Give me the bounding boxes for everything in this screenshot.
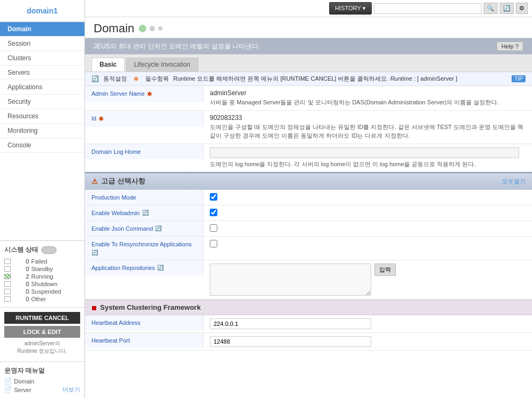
- form-row-enable-json: Enable Json Command 🔄: [85, 221, 532, 237]
- required-star-2: ✱: [98, 115, 104, 123]
- tab-lifecycle[interactable]: Lifecycle Invocation: [126, 58, 198, 72]
- expand-all-link[interactable]: 모두열기: [502, 177, 526, 186]
- help-button[interactable]: Help ?: [496, 41, 523, 51]
- production-mode-label: Production Mode: [85, 190, 203, 205]
- manager-manual-title: 운영자 매뉴얼: [4, 366, 80, 375]
- heartbeat-port-label: Heartbeat Port: [85, 333, 203, 348]
- search-input[interactable]: [374, 3, 481, 14]
- id-value: 902083233 도메인을 구성할 때 도메인의 정체성을 나타내는 유일한 …: [203, 111, 532, 144]
- status-toggle[interactable]: [41, 246, 56, 254]
- dot-gray1: [150, 26, 155, 31]
- form-row-domain-log-home: Domain Log Home 도메인의 log home을 지정한다. 각 서…: [85, 144, 532, 173]
- runtime-cancel-button[interactable]: RUNTIME CANCEL: [4, 312, 80, 324]
- domain-link-icon: 📄: [4, 378, 12, 385]
- sidebar-item-session[interactable]: Session: [0, 37, 84, 51]
- main-content: HISTORY ▾ 🔍 🔄 ⚙ Domain JEUS의 최대 관리 단위인 도…: [85, 0, 532, 398]
- sidebar-item-clusters[interactable]: Clusters: [0, 51, 84, 66]
- system-status-panel: 시스템 상태 0 Failed 0 Standby 2 Running 0: [0, 240, 84, 307]
- enable-webadmin-checkbox[interactable]: [210, 209, 217, 216]
- admin-info-text: adminServer의Runtime 정보입니다.: [4, 338, 80, 357]
- admin-server-name-value: adminServer 서버들 중 Managed Server들을 관리 및 …: [203, 86, 532, 110]
- form-row-heartbeat-address: Heartbeat Address: [85, 315, 532, 333]
- form-row-id: Id ✱ 902083233 도메인을 구성할 때 도메인의 정체성을 나타내는…: [85, 111, 532, 144]
- form-row-app-repos: Application Repositories 🔄 입력: [85, 260, 532, 300]
- standby-count: 0: [13, 266, 29, 272]
- manager-domain-link[interactable]: 📄 Domain: [4, 378, 80, 385]
- enable-json-label: Enable Json Command 🔄: [85, 221, 203, 236]
- content-area: 🔄 동적설정 ✱ 필수항목 Runtime 모드를 해제하려면 왼쪽 메뉴의 […: [85, 72, 532, 398]
- domain-log-home-label: Domain Log Home: [85, 144, 203, 159]
- id-desc: 도메인을 구성할 때 도메인의 정체성을 나타내는 유일한 ID를 지정한다. …: [210, 123, 526, 140]
- lock-edit-button[interactable]: LOCK & EDIT: [4, 326, 80, 338]
- status-suspended: 0 Suspended: [4, 288, 80, 295]
- tab-basic[interactable]: Basic: [91, 58, 125, 72]
- heartbeat-address-input[interactable]: [210, 318, 371, 329]
- enable-resync-value: [203, 237, 532, 252]
- suspended-dot: [4, 289, 11, 294]
- sidebar-item-security[interactable]: Security: [0, 95, 84, 109]
- sidebar-nav: Domain Session Clusters Servers Applicat…: [0, 22, 84, 240]
- heartbeat-address-label: Heartbeat Address: [85, 315, 203, 330]
- failed-dot: [4, 259, 11, 264]
- status-standby: 0 Standby: [4, 265, 80, 273]
- sidebar-item-monitoring[interactable]: Monitoring: [0, 124, 84, 138]
- app-repos-label: Application Repositories 🔄: [85, 260, 203, 275]
- shutdown-dot: [4, 281, 11, 287]
- refresh-icon: 🔄: [91, 75, 99, 82]
- production-mode-checkbox[interactable]: [210, 193, 217, 201]
- id-label: Id ✱: [85, 111, 203, 127]
- sidebar-item-applications[interactable]: Applications: [0, 80, 84, 95]
- domain-log-home-desc: 도메인의 log home을 지정한다. 각 서버의 log home이 없으면…: [210, 160, 526, 169]
- sidebar-item-console[interactable]: Console: [0, 138, 84, 153]
- page-title-decoration: [139, 25, 162, 32]
- settings-button[interactable]: ⚙: [516, 3, 528, 14]
- required-star-1: ✱: [147, 90, 152, 98]
- status-running: 2 Running: [4, 273, 80, 280]
- heartbeat-port-value: [203, 333, 532, 350]
- req-mark-icon: ✱: [133, 75, 139, 83]
- clustering-title: System Clustering Framework: [100, 303, 201, 311]
- sidebar-item-domain[interactable]: Domain: [0, 22, 84, 37]
- sidebar-item-servers[interactable]: Servers: [0, 66, 84, 80]
- history-button[interactable]: HISTORY ▾: [329, 2, 372, 15]
- webadmin-sync-icon: 🔄: [142, 210, 148, 216]
- running-dot: [4, 274, 11, 279]
- manager-manual-section: 운영자 매뉴얼 📄 Domain 📄 Server 더보기: [0, 361, 84, 398]
- refresh-button[interactable]: 🔄: [500, 3, 514, 14]
- suspended-count: 0: [13, 288, 29, 295]
- sidebar-item-resources[interactable]: Resources: [0, 109, 84, 124]
- dot-green: [139, 25, 146, 32]
- enable-webadmin-label: Enable Webadmin 🔄: [85, 205, 203, 221]
- advanced-section-header: ⚠ 고급 선택사항 모두열기: [85, 172, 532, 190]
- description-text: JEUS의 최대 관리 단위인 도메인 레벨의 설정을 나타낸다.: [94, 42, 260, 51]
- tabs-bar: Basic Lifecycle Invocation: [85, 54, 532, 72]
- form-row-admin-server-name: Admin Server Name ✱ adminServer 서버들 중 Ma…: [85, 86, 532, 111]
- admin-server-name-desc: 서버들 중 Managed Server들을 관리 및 모니터링하는 DAS(D…: [210, 98, 526, 107]
- app-repos-input-button[interactable]: 입력: [374, 264, 396, 276]
- failed-count: 0: [13, 258, 29, 265]
- repos-sync-icon: 🔄: [157, 265, 164, 271]
- admin-server-name-label: Admin Server Name ✱: [85, 86, 203, 102]
- id-text: 902083233: [210, 114, 526, 122]
- info-bar: 🔄 동적설정 ✱ 필수항목 Runtime 모드를 해제하려면 왼쪽 메뉴의 […: [85, 72, 532, 86]
- enable-resync-checkbox[interactable]: [210, 240, 217, 247]
- search-button[interactable]: 🔍: [484, 3, 498, 14]
- running-count: 2: [13, 273, 29, 280]
- form-row-enable-resync: Enable To Resynchronize Applications 🔄: [85, 237, 532, 260]
- manager-more-link[interactable]: 더보기: [62, 386, 80, 394]
- shutdown-count: 0: [13, 281, 29, 287]
- tip-badge[interactable]: TIP: [512, 75, 526, 82]
- app-repos-value: 입력: [203, 260, 532, 299]
- info-desc: Runtime 모드를 해제하려면 왼쪽 메뉴의 [RUNTIME CANCEL…: [173, 75, 507, 83]
- heartbeat-address-value: [203, 315, 532, 332]
- domain-log-home-input[interactable]: [210, 147, 519, 158]
- advanced-title: ⚠ 고급 선택사항: [91, 176, 145, 186]
- standby-dot: [4, 266, 11, 272]
- admin-server-name-text: adminServer: [210, 89, 526, 97]
- top-bar: HISTORY ▾ 🔍 🔄 ⚙: [85, 0, 532, 17]
- enable-json-checkbox[interactable]: [210, 224, 217, 232]
- manager-server-link[interactable]: 📄 Server: [4, 386, 31, 393]
- app-repos-textarea[interactable]: [210, 264, 371, 296]
- domain-title[interactable]: domain1: [0, 0, 84, 22]
- heartbeat-port-input[interactable]: [210, 336, 371, 347]
